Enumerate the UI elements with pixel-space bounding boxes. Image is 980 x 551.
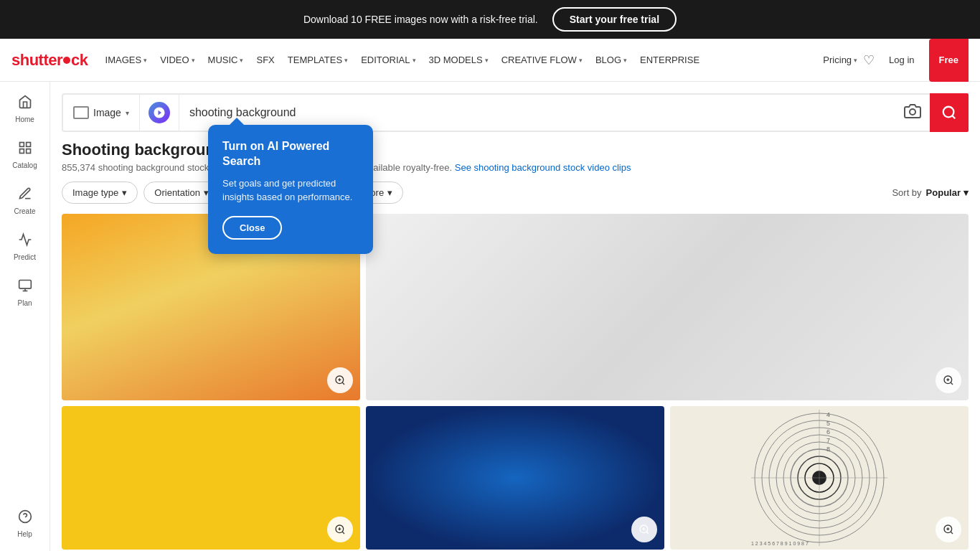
nav-item-blog[interactable]: BLOG ▾ bbox=[590, 50, 633, 70]
sort-label: Sort by bbox=[892, 187, 921, 198]
nav-3d-label: 3D MODELS bbox=[429, 55, 483, 65]
results-subtitle: 855,374 shooting background stock photos… bbox=[62, 162, 969, 173]
plan-icon bbox=[18, 278, 32, 296]
sort-area: Sort by Popular ▾ bbox=[892, 187, 969, 198]
ai-search-toggle[interactable] bbox=[140, 95, 179, 131]
nav-creative-chevron: ▾ bbox=[579, 57, 583, 64]
logo-dot bbox=[63, 57, 70, 64]
ai-tooltip-close-button[interactable]: Close bbox=[222, 216, 282, 240]
zoom-button-5[interactable] bbox=[936, 517, 961, 542]
nav-blog-label: BLOG bbox=[595, 55, 621, 65]
nav-item-sfx[interactable]: SFX bbox=[250, 50, 280, 70]
target-svg: 4 5 6 7 8 1 2 3 4 5 6 7 8 9 1 0 9 8 7 bbox=[670, 406, 969, 550]
ai-icon bbox=[149, 102, 170, 123]
sidebar-item-create[interactable]: Create bbox=[2, 179, 48, 222]
sort-value[interactable]: Popular ▾ bbox=[926, 187, 969, 198]
nav-blog-chevron: ▾ bbox=[623, 57, 627, 64]
filter-more-chevron: ▾ bbox=[387, 187, 392, 198]
nav-editorial-chevron: ▾ bbox=[413, 57, 416, 64]
image-preview-4 bbox=[366, 406, 664, 550]
nav-templates-chevron: ▾ bbox=[344, 57, 348, 64]
home-label: Home bbox=[15, 116, 34, 123]
zoom-button-3[interactable] bbox=[327, 517, 353, 542]
sidebar-item-predict[interactable]: Predict bbox=[2, 225, 48, 268]
nav-images-chevron: ▾ bbox=[143, 57, 147, 64]
filter-image-type[interactable]: Image type ▾ bbox=[62, 182, 138, 204]
nav-item-creative-flow[interactable]: CREATIVE FLOW ▾ bbox=[496, 50, 588, 70]
svg-rect-3 bbox=[26, 149, 30, 154]
sidebar-item-catalog[interactable]: Catalog bbox=[2, 133, 48, 176]
create-label: Create bbox=[14, 207, 35, 215]
image-card-5[interactable]: 4 5 6 7 8 1 2 3 4 5 6 7 8 9 1 0 9 8 7 bbox=[670, 406, 969, 550]
nav-pricing[interactable]: Pricing ▾ bbox=[823, 55, 857, 65]
nav-item-3d[interactable]: 3D MODELS ▾ bbox=[423, 50, 494, 70]
login-button[interactable]: Log in bbox=[880, 50, 923, 70]
trial-button[interactable]: Start your free trial bbox=[552, 7, 677, 32]
svg-text:6: 6 bbox=[826, 428, 830, 435]
svg-point-9 bbox=[910, 109, 915, 115]
nav-3d-chevron: ▾ bbox=[485, 57, 489, 64]
svg-rect-4 bbox=[19, 281, 31, 289]
nav-creative-label: CREATIVE FLOW bbox=[501, 55, 577, 65]
nav-item-images[interactable]: IMAGES ▾ bbox=[100, 50, 154, 70]
nav-right: Pricing ▾ ♡ Log in Free bbox=[823, 39, 969, 82]
predict-label: Predict bbox=[14, 253, 36, 261]
ai-tooltip-description: Set goals and get predicted insights bas… bbox=[222, 176, 359, 204]
sidebar: Home Catalog Create Predict Plan bbox=[0, 82, 50, 551]
search-type-label: Image bbox=[93, 107, 121, 118]
pricing-chevron: ▾ bbox=[854, 57, 857, 64]
image-type-icon bbox=[73, 106, 89, 119]
filter-image-type-label: Image type bbox=[72, 187, 118, 198]
image-card-2[interactable] bbox=[366, 214, 969, 400]
video-clips-link[interactable]: See shooting background stock video clip… bbox=[455, 162, 631, 173]
svg-line-21 bbox=[342, 532, 344, 534]
nav-item-enterprise[interactable]: ENTERPRISE bbox=[634, 50, 705, 70]
svg-rect-1 bbox=[26, 143, 30, 147]
search-type-selector[interactable]: Image ▾ bbox=[63, 95, 140, 131]
search-type-chevron: ▾ bbox=[126, 109, 129, 117]
nav-music-label: MUSIC bbox=[208, 55, 238, 65]
sidebar-item-help[interactable]: Help bbox=[2, 502, 48, 545]
search-bar: Image ▾ bbox=[62, 93, 969, 132]
nav-enterprise-label: ENTERPRISE bbox=[640, 55, 699, 65]
content-area: Image ▾ Shooting background stock images bbox=[50, 82, 980, 551]
svg-text:7: 7 bbox=[826, 437, 830, 444]
nav-item-music[interactable]: MUSIC ▾ bbox=[202, 50, 250, 70]
banner-text: Download 10 FREE images now with a risk-… bbox=[303, 14, 538, 25]
nav-sfx-label: SFX bbox=[256, 55, 274, 65]
nav-item-templates[interactable]: TEMPLATES ▾ bbox=[282, 50, 354, 70]
zoom-button-1[interactable] bbox=[327, 367, 353, 393]
plan-label: Plan bbox=[17, 299, 32, 307]
free-button[interactable]: Free bbox=[929, 39, 969, 82]
zoom-button-2[interactable] bbox=[936, 367, 961, 393]
image-card-4[interactable] bbox=[366, 406, 664, 550]
sidebar-item-home[interactable]: Home bbox=[2, 88, 48, 131]
svg-line-25 bbox=[646, 532, 649, 534]
navbar: shutterck IMAGES ▾ VIDEO ▾ MUSIC ▾ SFX T… bbox=[0, 39, 980, 82]
svg-rect-0 bbox=[19, 143, 24, 147]
help-label: Help bbox=[17, 530, 32, 538]
nav-items: IMAGES ▾ VIDEO ▾ MUSIC ▾ SFX TEMPLATES ▾… bbox=[100, 50, 821, 70]
logo-text2: ck bbox=[71, 51, 88, 70]
svg-line-17 bbox=[951, 382, 953, 385]
logo[interactable]: shutterck bbox=[11, 51, 88, 70]
camera-search-icon[interactable] bbox=[895, 103, 930, 123]
sort-value-text: Popular bbox=[926, 187, 961, 198]
logo-text: shutter bbox=[11, 51, 62, 70]
nav-video-chevron: ▾ bbox=[192, 57, 195, 64]
nav-item-video[interactable]: VIDEO ▾ bbox=[154, 50, 200, 70]
sort-chevron: ▾ bbox=[963, 187, 969, 198]
favorites-icon[interactable]: ♡ bbox=[863, 52, 875, 68]
zoom-button-4[interactable] bbox=[631, 517, 657, 542]
create-icon bbox=[18, 187, 32, 204]
nav-images-label: IMAGES bbox=[105, 55, 142, 65]
svg-text:1 2 3 4 5 6 7 8 9 1 0 9 8 7: 1 2 3 4 5 6 7 8 9 1 0 9 8 7 bbox=[751, 541, 809, 546]
results-title: Shooting background stock images bbox=[62, 141, 969, 159]
image-card-3[interactable] bbox=[62, 406, 360, 550]
sidebar-item-plan[interactable]: Plan bbox=[2, 271, 48, 314]
results-count: 855,374 bbox=[62, 162, 95, 173]
svg-line-11 bbox=[952, 116, 955, 118]
nav-item-editorial[interactable]: EDITORIAL ▾ bbox=[355, 50, 421, 70]
svg-rect-2 bbox=[19, 149, 24, 154]
search-submit-button[interactable] bbox=[930, 93, 969, 132]
